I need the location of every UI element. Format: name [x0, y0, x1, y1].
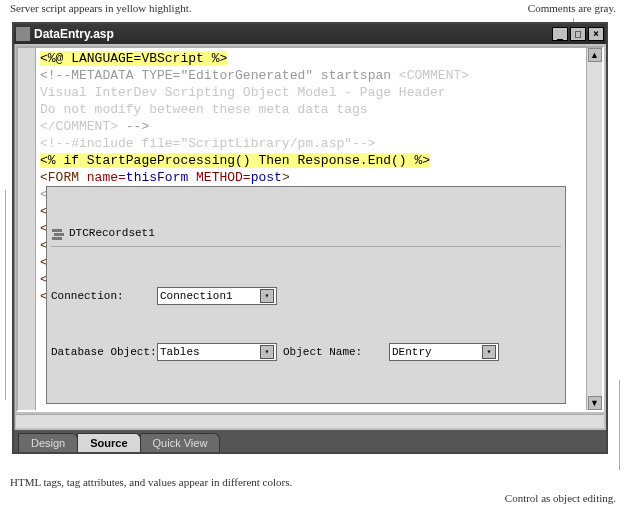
editor-gutter: [18, 48, 36, 410]
code-line: >: [282, 170, 290, 185]
code-editor[interactable]: <%@ LANGUAGE=VBScript %> <!--METADATA TY…: [36, 48, 586, 410]
dbobject-value: Tables: [160, 344, 260, 361]
code-line: <!--#include file="ScriptLibrary/pm.asp"…: [40, 136, 375, 151]
connection-label: Connection:: [51, 288, 151, 305]
svg-rect-2: [52, 237, 62, 240]
code-line: </COMMENT>: [40, 119, 118, 134]
recordset-icon: [51, 227, 65, 241]
code-attr: name=: [87, 170, 126, 185]
editor-frame: <%@ LANGUAGE=VBScript %> <!--METADATA TY…: [16, 46, 604, 412]
callout-line: [5, 190, 6, 400]
editor-window: DataEntry.asp _ □ × <%@ LANGUAGE=VBScrip…: [12, 22, 608, 454]
dbobject-dropdown[interactable]: Tables ▾: [157, 343, 277, 361]
code-line: Visual InterDev Scripting Object Model -…: [40, 85, 446, 100]
titlebar[interactable]: DataEntry.asp _ □ ×: [14, 24, 606, 44]
tab-source[interactable]: Source: [77, 433, 140, 452]
scroll-up-icon[interactable]: ▲: [588, 48, 602, 62]
code-attr: METHOD=: [196, 170, 251, 185]
code-line: Do not modify between these meta data ta…: [40, 102, 368, 117]
code-line: <COMMENT>: [399, 68, 469, 83]
maximize-button[interactable]: □: [570, 27, 586, 41]
annotation-server-script: Server script appears in yellow highligh…: [10, 2, 191, 14]
annotation-comments-gray: Comments are gray.: [528, 2, 616, 14]
objectname-dropdown[interactable]: DEntry ▾: [389, 343, 499, 361]
connection-dropdown[interactable]: Connection1 ▾: [157, 287, 277, 305]
connection-value: Connection1: [160, 288, 260, 305]
horizontal-scrollbar[interactable]: [16, 414, 604, 428]
callout-line: [619, 380, 620, 470]
code-line: -->: [118, 119, 149, 134]
code-line: <FORM: [40, 170, 87, 185]
annotation-control-object: Control as object editing.: [505, 492, 616, 504]
chevron-down-icon[interactable]: ▾: [260, 345, 274, 359]
document-icon: [16, 27, 30, 41]
tab-design[interactable]: Design: [18, 433, 78, 452]
svg-rect-0: [52, 229, 62, 232]
dtc-recordset-panel[interactable]: DTCRecordset1 Connection: Connection1 ▾ …: [46, 186, 566, 404]
objectname-label: Object Name:: [283, 344, 383, 361]
scroll-down-icon[interactable]: ▼: [588, 396, 602, 410]
code-val: thisForm: [126, 170, 196, 185]
minimize-button[interactable]: _: [552, 27, 568, 41]
code-val: post: [251, 170, 282, 185]
objectname-value: DEntry: [392, 344, 482, 361]
code-line: <% if StartPageProcessing() Then Respons…: [40, 153, 430, 168]
chevron-down-icon[interactable]: ▾: [482, 345, 496, 359]
window-title: DataEntry.asp: [34, 27, 552, 41]
svg-rect-1: [54, 233, 64, 236]
annotation-html-colors: HTML tags, tag attributes, and values ap…: [10, 476, 292, 488]
code-line: <%@ LANGUAGE=VBScript %>: [40, 51, 227, 66]
dtc-title-text: DTCRecordset1: [69, 225, 155, 242]
vertical-scrollbar[interactable]: ▲ ▼: [586, 48, 602, 410]
dtc-title: DTCRecordset1: [51, 223, 561, 247]
dbobject-label: Database Object:: [51, 344, 151, 361]
chevron-down-icon[interactable]: ▾: [260, 289, 274, 303]
view-tab-strip: Design Source Quick View: [14, 430, 606, 452]
tab-quick-view[interactable]: Quick View: [140, 433, 221, 452]
close-button[interactable]: ×: [588, 27, 604, 41]
code-line: <!--METADATA TYPE="EditorGenerated" star…: [40, 68, 399, 83]
